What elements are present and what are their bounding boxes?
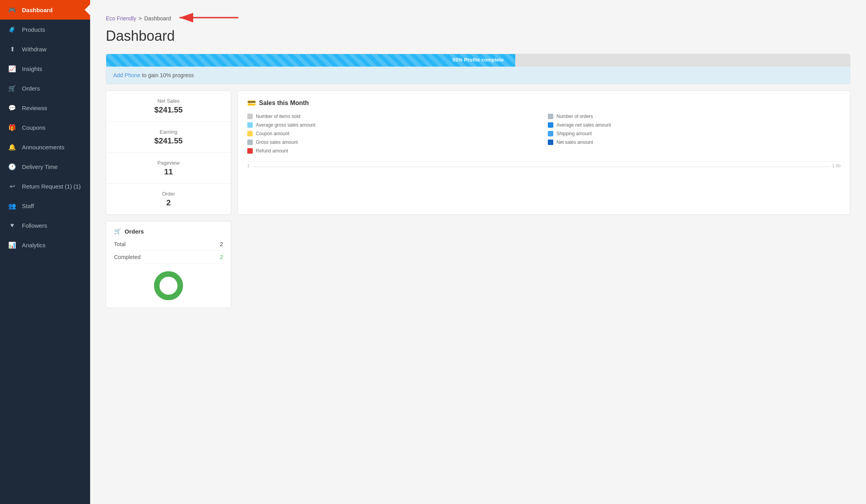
sidebar-icon-delivery-time: 🕐: [8, 162, 16, 171]
legend-label: Refund amount: [256, 148, 288, 154]
sidebar-item-delivery-time[interactable]: 🕐 Delivery Time: [0, 157, 90, 176]
orders-row: Total 2: [114, 241, 223, 251]
donut-chart: [153, 270, 184, 301]
legend-label: Number of items sold: [256, 114, 300, 119]
annotation-arrow: [178, 12, 240, 25]
sidebar-label-coupons: Coupons: [22, 124, 45, 131]
pageview-label: Pageview: [116, 160, 221, 166]
orders-title: 🛒 Orders: [114, 228, 223, 235]
stat-earning: Earning $241.55: [106, 122, 231, 153]
legend-color-box: [548, 122, 553, 128]
orders-row-label: Completed: [114, 254, 141, 260]
sidebar-item-products[interactable]: 🧳 Products: [0, 20, 90, 39]
order-value: 2: [116, 198, 221, 207]
sidebar-label-withdraw: Withdraw: [22, 46, 47, 53]
sidebar-icon-dashboard: 🎮: [8, 5, 16, 14]
stat-net-sales: Net Sales $241.55: [106, 91, 231, 122]
sidebar-icon-return-request: ↩: [8, 182, 16, 190]
progress-hint: Add Phone to gain 10% progress: [106, 67, 850, 84]
sidebar-item-staff[interactable]: 👥 Staff: [0, 196, 90, 216]
orders-section: 🛒 Orders Total 2 Completed 2: [106, 221, 231, 308]
orders-rows: Total 2 Completed 2: [114, 241, 223, 264]
sidebar-label-announcements: Announcements: [22, 144, 64, 150]
sidebar-item-insights[interactable]: 📈 Insights: [0, 59, 90, 78]
stat-order: Order 2: [106, 184, 231, 214]
sidebar-icon-withdraw: ⬆: [8, 45, 16, 53]
sidebar-icon-reviewss: 💬: [8, 103, 16, 112]
legend-label: Coupon amount: [256, 131, 289, 136]
legend-color-box: [247, 140, 253, 145]
sidebar-icon-insights: 📈: [8, 64, 16, 73]
chart-icon: 💳: [247, 99, 256, 107]
orders-row-value: 2: [220, 254, 223, 260]
legend-item: Shipping amount: [548, 131, 841, 136]
sidebar-icon-orders: 🛒: [8, 84, 16, 92]
stat-pageview: Pageview 11: [106, 153, 231, 184]
progress-bar-container: 55% Profile complete: [106, 54, 850, 67]
legend-item: Average net sales amount: [548, 122, 841, 128]
breadcrumb-separator: >: [139, 15, 142, 22]
legend-color-box: [247, 131, 253, 136]
sidebar-icon-coupons: 🎁: [8, 123, 16, 132]
sidebar-label-analytics: Analytics: [22, 242, 45, 248]
breadcrumb-link[interactable]: Eco Friendly: [106, 15, 136, 22]
sidebar-label-delivery-time: Delivery Time: [22, 163, 58, 170]
sidebar-label-products: Products: [22, 26, 45, 33]
sidebar-icon-staff: 👥: [8, 201, 16, 210]
sidebar-item-return-request[interactable]: ↩ Return Request (1) (1): [0, 176, 90, 196]
earning-value: $241.55: [116, 136, 221, 145]
donut-chart-container: [114, 270, 223, 301]
sidebar-item-followers[interactable]: ♥ Followers: [0, 216, 90, 235]
sidebar-item-announcements[interactable]: 🔔 Announcements: [0, 137, 90, 157]
legend-label: Gross sales amount: [256, 140, 298, 145]
sidebar-icon-followers: ♥: [8, 221, 16, 230]
earning-label: Earning: [116, 129, 221, 135]
sidebar-item-coupons[interactable]: 🎁 Coupons: [0, 118, 90, 137]
chart-title: 💳 Sales this Month: [247, 99, 841, 107]
progress-hint-suffix: to gain 10% progress: [142, 72, 194, 78]
bottom-row: 🛒 Orders Total 2 Completed 2: [106, 221, 850, 308]
order-label: Order: [116, 191, 221, 197]
sidebar-item-withdraw[interactable]: ⬆ Withdraw: [0, 39, 90, 59]
sidebar-label-reviewss: Reviewss: [22, 105, 47, 111]
chart-axis-line-divider: [253, 167, 829, 168]
legend-item: Number of items sold: [247, 114, 540, 119]
net-sales-label: Net Sales: [116, 98, 221, 104]
sidebar-item-analytics[interactable]: 📊 Analytics: [0, 235, 90, 255]
legend-label: Average net sales amount: [556, 122, 611, 128]
sidebar-item-dashboard[interactable]: 🎮 Dashboard: [0, 0, 90, 20]
legend-color-box: [247, 114, 253, 119]
progress-bar-label: 55% Profile complete: [453, 57, 504, 63]
sidebar-icon-announcements: 🔔: [8, 143, 16, 151]
net-sales-value: $241.55: [116, 105, 221, 114]
legend-color-box: [548, 140, 553, 145]
legend-label: Shipping amount: [556, 131, 592, 136]
sidebar-item-orders[interactable]: 🛒 Orders: [0, 78, 90, 98]
legend-item: Refund amount: [247, 148, 540, 154]
orders-icon: 🛒: [114, 228, 121, 235]
chart-axis-left: 1: [247, 163, 250, 168]
orders-row: Completed 2: [114, 254, 223, 264]
chart-axis-right: 1.00: [832, 163, 841, 168]
legend-item: Gross sales amount: [247, 140, 540, 145]
legend-color-box: [247, 122, 253, 128]
sidebar-icon-analytics: 📊: [8, 241, 16, 249]
chart-axis: 1 1.00: [247, 161, 841, 168]
progress-section: 55% Profile complete Add Phone to gain 1…: [106, 54, 850, 84]
main-content: Eco Friendly > Dashboard Dashboard 55% P…: [90, 0, 866, 504]
breadcrumb-current: Dashboard: [144, 15, 171, 22]
legend-label: Net sales amount: [556, 140, 593, 145]
legend-color-box: [548, 131, 553, 136]
legend-item: Coupon amount: [247, 131, 540, 136]
legend-item: Net sales amount: [548, 140, 841, 145]
stats-card: Net Sales $241.55 Earning $241.55 Pagevi…: [106, 91, 231, 215]
legend-item: Number of orders: [548, 114, 841, 119]
sidebar-label-followers: Followers: [22, 222, 47, 229]
sidebar-item-reviewss[interactable]: 💬 Reviewss: [0, 98, 90, 118]
progress-hint-link[interactable]: Add Phone: [113, 72, 140, 78]
sidebar-label-return-request: Return Request (1) (1): [22, 183, 81, 190]
stats-row: Net Sales $241.55 Earning $241.55 Pagevi…: [106, 91, 850, 215]
sidebar-icon-products: 🧳: [8, 25, 16, 34]
orders-row-value: 2: [220, 241, 223, 247]
legend-color-box: [548, 114, 553, 119]
